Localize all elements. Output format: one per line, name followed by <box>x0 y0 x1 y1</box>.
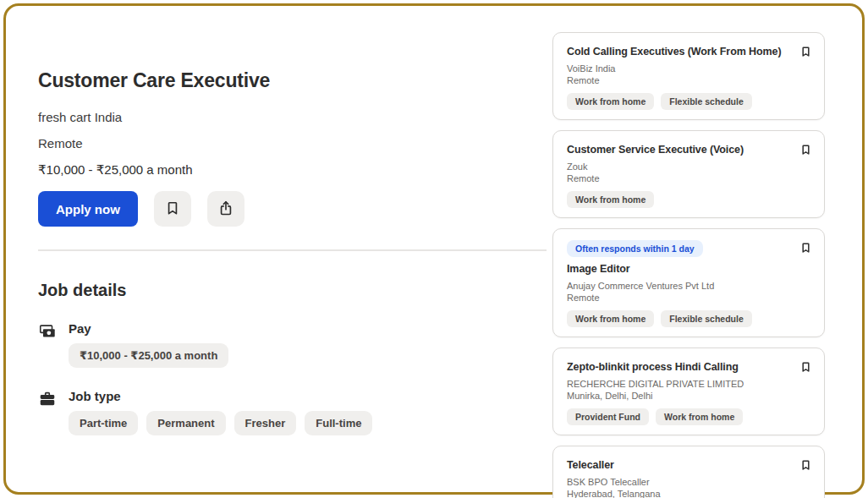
money-icon <box>38 321 69 344</box>
pay-value-pill: ₹10,000 - ₹25,000 a month <box>69 343 228 368</box>
job-company: fresh cart India <box>38 110 547 124</box>
job-type-values: Part-time Permanent Fresher Full-time <box>69 411 547 435</box>
pay-label: Pay <box>69 321 547 336</box>
card-location: Remote <box>567 173 810 184</box>
job-type-section: Job type Part-time Permanent Fresher Ful… <box>38 389 547 435</box>
bookmark-icon <box>164 200 181 219</box>
job-card[interactable]: Telecaller BSK BPO Telecaller Hyderabad,… <box>552 446 825 498</box>
job-type-pill: Full-time <box>305 411 372 435</box>
job-card[interactable]: Cold Calling Executives (Work From Home)… <box>552 32 825 120</box>
card-company: BSK BPO Telecaller <box>567 477 810 488</box>
job-type-pill: Permanent <box>146 411 225 435</box>
job-type-label: Job type <box>69 389 547 403</box>
responds-badge: Often responds within 1 day <box>567 240 703 257</box>
card-job-title: Image Editor <box>567 263 810 275</box>
job-card[interactable]: Zepto-blinkit process Hindi Calling RECH… <box>552 348 825 435</box>
card-tag: Flexible schedule <box>661 310 752 327</box>
save-job-button[interactable] <box>798 238 814 260</box>
card-tag: Flexible schedule <box>661 93 752 110</box>
share-button[interactable] <box>207 191 244 227</box>
card-tags: Work from home Flexible schedule <box>567 310 810 327</box>
card-location: Hyderabad, Telangana <box>567 489 810 498</box>
job-card[interactable]: Customer Service Executive (Voice) Zouk … <box>552 130 825 218</box>
bookmark-icon <box>799 49 812 62</box>
bookmark-icon <box>799 147 812 160</box>
card-job-title: Customer Service Executive (Voice) <box>567 140 810 156</box>
save-job-button[interactable] <box>798 358 814 379</box>
save-job-button[interactable] <box>154 191 191 227</box>
apply-now-button[interactable]: Apply now <box>38 191 138 227</box>
card-job-title: Zepto-blinkit process Hindi Calling <box>567 358 810 373</box>
card-company: Zouk <box>567 161 810 172</box>
card-job-title: Telecaller <box>567 456 810 471</box>
pay-values: ₹10,000 - ₹25,000 a month <box>69 343 547 368</box>
card-tags: Provident Fund Work from home <box>567 408 810 425</box>
bookmark-icon <box>799 462 812 475</box>
job-cards-column: Cold Calling Executives (Work From Home)… <box>552 32 825 498</box>
card-location: Remote <box>567 75 810 86</box>
page-title: Customer Care Executive <box>38 69 547 92</box>
save-job-button[interactable] <box>798 140 814 161</box>
job-type-pill: Part-time <box>69 411 138 435</box>
card-location: Remote <box>567 293 810 304</box>
section-divider <box>38 249 547 251</box>
card-tag: Work from home <box>567 191 654 208</box>
bookmark-icon <box>799 245 812 258</box>
card-tag: Work from home <box>567 310 654 327</box>
card-tags: Work from home <box>567 191 810 208</box>
share-icon <box>217 200 234 219</box>
card-company: RECHERCHE DIGITAL PRIVATE LIMITED <box>567 379 810 390</box>
card-job-title: Cold Calling Executives (Work From Home) <box>567 42 810 57</box>
card-tag: Work from home <box>567 93 654 110</box>
bookmark-icon <box>799 364 812 377</box>
job-detail-panel: Customer Care Executive fresh cart India… <box>38 69 547 435</box>
action-buttons: Apply now <box>38 191 547 227</box>
job-details-heading: Job details <box>38 281 547 300</box>
pay-section: Pay ₹10,000 - ₹25,000 a month <box>38 321 547 368</box>
card-tag: Provident Fund <box>567 408 649 425</box>
card-tag: Work from home <box>656 408 743 425</box>
save-job-button[interactable] <box>798 42 814 63</box>
card-company: VoiBiz India <box>567 63 810 74</box>
card-company: Anujay Commerce Ventures Pvt Ltd <box>567 281 810 292</box>
job-card[interactable]: Often responds within 1 day Image Editor… <box>552 228 825 337</box>
card-location: Munirka, Delhi, Delhi <box>567 391 810 402</box>
card-tags: Work from home Flexible schedule <box>567 93 810 110</box>
job-salary: ₹10,000 - ₹25,000 a month <box>38 162 547 178</box>
job-type-pill: Fresher <box>234 411 297 435</box>
job-location: Remote <box>38 136 547 150</box>
briefcase-icon <box>38 389 69 412</box>
save-job-button[interactable] <box>798 456 814 477</box>
